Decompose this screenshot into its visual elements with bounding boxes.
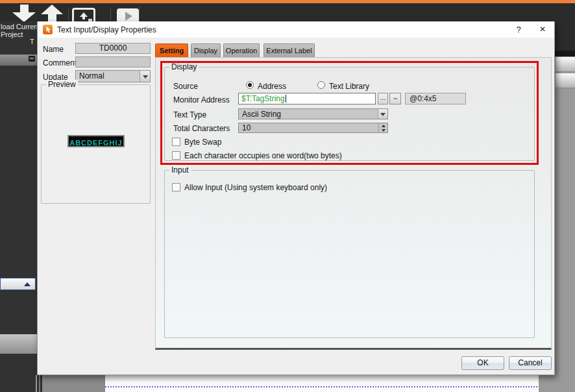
total-characters-label: Total Characters (173, 124, 230, 133)
main-toolbar (0, 3, 575, 21)
radio-text-library[interactable] (317, 81, 325, 89)
dialog-title: Text Input/Display Properties (57, 25, 156, 34)
input-legend: Input (169, 165, 191, 175)
allow-input-label[interactable]: Allow Input (Using system keyboard only) (184, 183, 327, 192)
text-type-dropdown[interactable]: Ascii String (238, 108, 388, 119)
monitor-address-label: Monitor Address (173, 95, 230, 104)
cancel-button[interactable]: Cancel (509, 356, 552, 370)
help-button[interactable]: ? (512, 23, 525, 36)
preview-legend: Preview (46, 80, 78, 89)
address-range-button[interactable]: ~ (389, 93, 401, 104)
preview-display-box: ABCDEFGHIJ (67, 135, 125, 147)
name-label: Name (43, 45, 64, 54)
touch-pointer-icon (43, 25, 53, 34)
radio-text-library-label[interactable]: Text Library (329, 82, 369, 91)
stepper-down-button[interactable] (379, 128, 387, 132)
text-type-value: Ascii String (242, 110, 281, 119)
upload-arrow-icon[interactable] (41, 5, 66, 22)
input-groupbox: Input (164, 170, 535, 338)
dialog-titlebar[interactable]: Text Input/Display Properties ? ✕ (38, 21, 554, 38)
address-browse-button[interactable]: ... (378, 93, 388, 104)
panel-collapse-button[interactable] (0, 278, 36, 290)
design-canvas[interactable] (105, 375, 539, 392)
comment-label: Comment (43, 58, 77, 67)
stepper-arrows (378, 123, 387, 132)
tab-setting[interactable]: Setting (155, 43, 188, 57)
total-characters-value: 10 (242, 123, 251, 132)
update-dropdown[interactable]: Normal (75, 70, 151, 82)
close-button[interactable]: ✕ (536, 23, 549, 36)
text-cursor (286, 95, 286, 103)
right-chrome-dark (555, 3, 575, 51)
sidebar-divider-band (0, 334, 37, 354)
preview-text: ABCDEFGHIJ (69, 139, 123, 147)
radio-address[interactable] (246, 81, 254, 89)
radio-address-label[interactable]: Address (258, 82, 286, 91)
update-value: Normal (79, 71, 104, 81)
name-field[interactable]: TD0000 (75, 43, 151, 54)
canvas-selection-dashed-border (105, 386, 537, 387)
collapsed-panel-edge (556, 73, 575, 88)
tab-external-label[interactable]: External Label (263, 43, 315, 57)
chevron-down-icon[interactable] (140, 71, 150, 82)
ok-button[interactable]: OK (461, 356, 504, 370)
application-window: load Curren Project T Text Input/Display… (0, 0, 575, 392)
text-type-label: Text Type (173, 110, 206, 119)
partial-caption-text: T (30, 38, 34, 45)
resolved-address-field: @0:4x5 (405, 93, 466, 104)
one-word-checkbox[interactable] (172, 151, 180, 160)
collapsed-panel-edge (556, 57, 575, 72)
right-chrome-strip (555, 51, 575, 56)
download-button-caption: load Curren Project (1, 23, 40, 38)
one-word-label[interactable]: Each character occupies one word(two byt… (184, 151, 342, 160)
source-label: Source (173, 82, 198, 91)
comment-field[interactable] (75, 56, 151, 67)
monitor-address-input[interactable]: $T:TagString (238, 93, 376, 104)
panel-resize-handle[interactable] (36, 375, 42, 392)
text-input-display-properties-dialog: Text Input/Display Properties ? ✕ Name T… (37, 21, 555, 375)
download-arrow-icon[interactable] (12, 5, 37, 22)
total-characters-stepper[interactable]: 10 (238, 123, 388, 133)
tab-display[interactable]: Display (191, 43, 221, 57)
allow-input-checkbox[interactable] (172, 183, 180, 191)
byte-swap-checkbox[interactable] (172, 138, 180, 146)
monitor-address-value: $T:TagString (241, 94, 285, 103)
caption-line: load Curren (1, 23, 40, 31)
tab-operation[interactable]: Operation (223, 43, 260, 57)
byte-swap-label[interactable]: Byte Swap (184, 138, 221, 147)
workspace-margin (42, 375, 105, 392)
stepper-up-button[interactable] (379, 123, 387, 128)
chevron-down-icon[interactable] (378, 109, 387, 119)
display-legend: Display (169, 62, 199, 71)
chevron-up-icon (24, 282, 31, 286)
printer-icon (29, 56, 35, 62)
